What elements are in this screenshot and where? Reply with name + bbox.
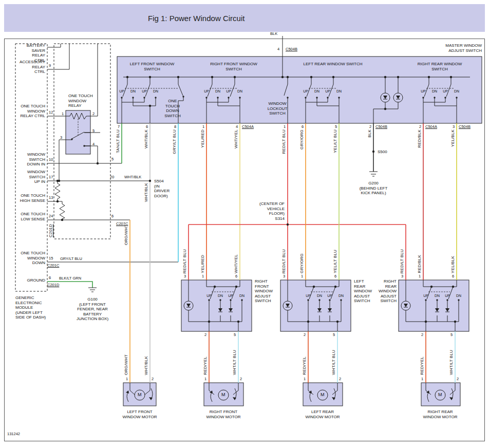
wire-label: RED/LT BLU: [400, 249, 404, 274]
updn-label: DN: [316, 294, 323, 298]
wire-label: WHT/BLK: [144, 129, 148, 148]
left-front-motor-caption: LEFT FRONT WINDOW MOTOR: [119, 409, 160, 419]
wire-label: RED/LT BLU: [281, 129, 286, 154]
wire-label-blk-top: BLK: [270, 32, 277, 36]
master-bottom-pin: 1: [284, 125, 286, 129]
wire-label: WHT/LT BLU: [232, 350, 237, 375]
module-pin-number: 10: [49, 158, 53, 162]
updn-label: UP: [302, 89, 309, 94]
module-pin-number: 9: [49, 64, 51, 68]
motor-pin: 1: [126, 377, 128, 382]
wire-label: YEL/LT BLU: [333, 250, 337, 273]
motor-pin: 2: [240, 377, 242, 382]
master-bottom-pin: 7: [118, 125, 120, 129]
c207c-pin-5: 5: [111, 157, 114, 162]
wire-label: RED/BLK: [417, 129, 422, 148]
connector-c504b: C504B: [375, 125, 387, 129]
switch-pin: 2: [421, 333, 423, 338]
splice-s504-label: S504 (IN DRIVER DOOR): [154, 179, 170, 198]
relay-title: ONE TOUCH WINDOW RELAY: [68, 94, 95, 108]
motor-pin: 2: [152, 377, 154, 382]
master-section-label: LEFT REAR WINDOW SWITCH: [302, 62, 364, 67]
master-bottom-pin: 6: [146, 125, 148, 129]
switch-pin: 1: [419, 274, 421, 279]
wire-label-gry-lt-blu-h: GRY/LT BLU: [60, 257, 82, 262]
module-pin-label: ACCESSORY RELAY CTRL: [14, 60, 45, 74]
master-section-label: LEFT FRONT WINDOW SWITCH: [121, 62, 183, 71]
motor-m-symbol: M: [138, 393, 142, 397]
right-rear-motor-caption: RIGHT REAR WINDOW MOTOR: [420, 409, 461, 419]
wire-label: YEL/RED: [200, 129, 205, 148]
switch-pin: 2: [204, 333, 206, 338]
updn-label: UP: [422, 294, 429, 298]
updn-label: DN: [152, 89, 159, 94]
wire-red-yel: [209, 331, 426, 383]
wire-label: YEL/BLK: [450, 129, 455, 147]
switch-pin: 5: [234, 333, 236, 338]
master-bottom-pin: 8: [174, 125, 176, 129]
resistor-1: [55, 181, 60, 201]
connector-c504b-top: C504B: [286, 47, 297, 52]
motor-pin: 1: [204, 377, 206, 382]
g200-ground-icon: [369, 172, 378, 176]
motor-m-symbol: M: [438, 393, 442, 397]
module-pin-label: WINDOW SWITCH DOWN IN: [14, 152, 45, 167]
wire-label: GRY/ORG: [299, 253, 304, 273]
wire-label: RED/LT BLU: [182, 249, 187, 274]
wire-label: RED/YEL: [420, 357, 424, 375]
motor-pin: 2: [339, 377, 341, 382]
switch-pin: 5: [333, 333, 335, 338]
splice-s500-label: S500: [378, 150, 387, 155]
master-section-label: RIGHT FRONT WINDOW SWITCH: [203, 62, 265, 71]
updn-label: DN: [217, 294, 224, 298]
updn-label: UP: [203, 89, 210, 94]
master-section-label: RIGHT REAR WINDOW SWITCH: [409, 62, 471, 71]
updn-label: DN: [455, 294, 462, 298]
g100-ground-icon: [88, 288, 97, 292]
updn-label: DN: [238, 294, 246, 298]
updn-label: UP: [227, 294, 234, 298]
connector-c201c: C201C: [47, 264, 59, 268]
updn-label: DN: [453, 89, 460, 94]
updn-label: DN: [434, 294, 441, 298]
master-bottom-pin: 3: [453, 125, 455, 129]
updn-label: UP: [326, 294, 333, 298]
wire-label-blk-lt-grn-h: BLK/LT GRN: [59, 276, 81, 281]
wire-label: TAN/LT BLU: [116, 129, 120, 153]
master-bottom-pin: 6: [302, 125, 304, 129]
module-pin-number: 6: [49, 276, 51, 281]
updn-label: DN: [337, 294, 345, 298]
switch-pin: 3: [184, 274, 186, 279]
updn-label: DN: [214, 89, 221, 94]
wire-label: RED/YEL: [203, 357, 208, 375]
wire-label: WHT/YEL: [234, 129, 238, 148]
master-bottom-pin: 2: [419, 125, 421, 129]
updn-label: UP: [305, 294, 312, 298]
relay-pin: 4: [92, 142, 95, 147]
splice-s314-label: (CENTER OF VEHICLE FLOOR) S314: [258, 201, 285, 221]
wiring-diagram-page: Fig 1: Power Window Circuit: [0, 0, 489, 448]
motor-pin: 1: [421, 377, 423, 382]
updn-label: UP: [324, 89, 331, 94]
updn-label: UP: [420, 89, 427, 94]
connector-c504a: C504A: [242, 125, 254, 129]
resistor-2: [60, 201, 65, 220]
wire-label: RED/BLK: [417, 255, 422, 273]
ground-g200-label: G200 (BEHIND LEFT KICK PANEL): [356, 181, 390, 196]
switch-pin: 5: [450, 333, 453, 338]
master-bottom-pin: 4: [236, 125, 238, 129]
wire-label: GRY/LT BLU: [172, 129, 177, 154]
wire-label: BLK: [367, 129, 372, 138]
one-touch-down-switch-label: ONE TOUCH DOWN SWITCH: [161, 99, 184, 118]
motor-m-symbol: M: [221, 393, 225, 397]
master-bottom-pin: 2: [369, 125, 371, 129]
updn-label: DN: [236, 89, 243, 94]
wire-label: RED/YEL: [302, 357, 307, 375]
motor-pin: 1: [304, 377, 306, 382]
module-pin-label: WINDOW SWITCH UP IN: [14, 170, 45, 184]
motor-m-symbol: M: [321, 393, 325, 397]
updn-label: UP: [225, 89, 232, 94]
updn-label: UP: [118, 89, 125, 94]
wire-label: WHT/LT BLU: [331, 350, 336, 375]
master-switch-caption: MASTER WINDOW ADJUST SWITCH: [430, 43, 482, 53]
